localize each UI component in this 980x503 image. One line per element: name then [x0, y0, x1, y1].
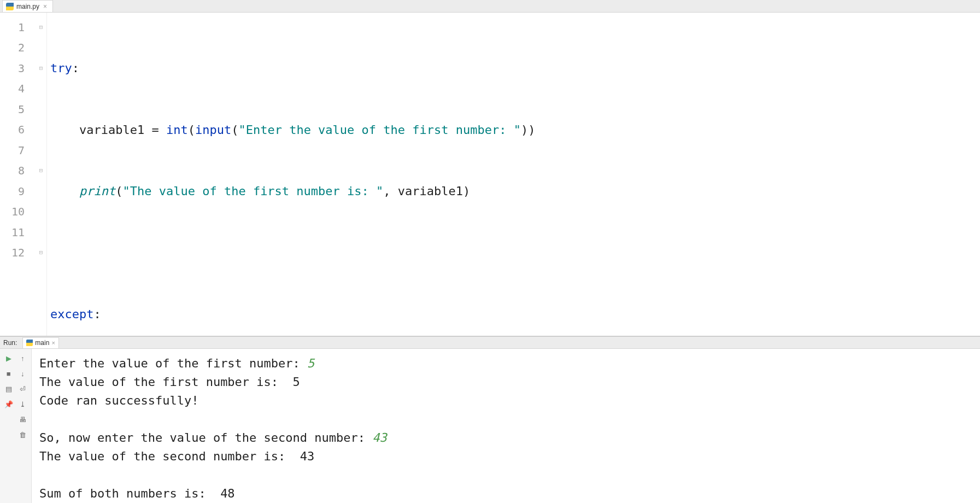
line-number: 9 [18, 185, 25, 198]
layout-icon[interactable]: ▤ [2, 382, 15, 396]
console-line: The value of the second number is: 43 [39, 449, 314, 463]
line-number: 10 [11, 205, 25, 218]
keyword-try: try [50, 61, 72, 75]
line-number: 2 [18, 41, 25, 54]
line-number-gutter: 1⊟ 2 3⊟ 4 5 6 7 8⊟ 9 10 11 12⊟ [0, 13, 47, 336]
run-panel-title: Run: [3, 339, 17, 347]
ide-window: main.py × 1⊟ 2 3⊟ 4 5 6 7 8⊟ 9 10 11 12⊟… [0, 0, 980, 503]
line-number: 3 [18, 62, 25, 75]
run-tab-label: main [35, 339, 49, 347]
run-panel-body: ▶ ↑ ■ ↓ ▤ ⏎ 📌 ⤓ 🖶 🗑 Enter the value of t… [0, 349, 980, 503]
python-file-icon [26, 340, 33, 346]
python-file-icon [6, 3, 14, 10]
editor-tab-label: main.py [16, 3, 39, 10]
pin-icon[interactable]: 📌 [2, 397, 15, 411]
fold-icon[interactable]: ⊟ [38, 65, 44, 72]
line-number: 4 [18, 82, 25, 95]
print-icon[interactable]: 🖶 [16, 412, 30, 426]
soft-wrap-icon[interactable]: ⏎ [16, 382, 30, 396]
rerun-button[interactable]: ▶ [2, 351, 15, 365]
down-icon[interactable]: ↓ [16, 366, 30, 381]
console-user-input: 5 [307, 356, 314, 370]
up-icon[interactable]: ↑ [16, 351, 30, 365]
spacer [2, 428, 15, 442]
keyword-except: except [50, 307, 93, 321]
console-output[interactable]: Enter the value of the first number: 5 T… [32, 349, 980, 503]
run-tool-window: Run: main × ▶ ↑ ■ ↓ ▤ ⏎ 📌 ⤓ 🖶 🗑 [0, 336, 980, 503]
run-panel-header: Run: main × [0, 337, 980, 349]
line-number: 6 [18, 123, 25, 136]
line-number: 11 [11, 226, 25, 239]
console-line: So, now enter the value of the second nu… [39, 431, 372, 444]
stop-button[interactable]: ■ [2, 366, 15, 381]
console-line: Enter the value of the first number: [39, 356, 307, 370]
code-editor[interactable]: 1⊟ 2 3⊟ 4 5 6 7 8⊟ 9 10 11 12⊟ try: vari… [0, 13, 980, 336]
line-number: 5 [18, 103, 25, 116]
scroll-to-end-icon[interactable]: ⤓ [16, 397, 30, 411]
code-area[interactable]: try: variable1 = int(input("Enter the va… [47, 13, 980, 336]
console-line: Sum of both numbers is: 48 [39, 487, 235, 500]
fold-icon[interactable]: ⊟ [38, 24, 44, 31]
spacer [2, 412, 15, 426]
close-icon[interactable]: × [42, 3, 48, 10]
console-line: The value of the first number is: 5 [39, 375, 300, 389]
console-line: Code ran successfully! [39, 394, 198, 407]
editor-tab-bar: main.py × [0, 0, 980, 13]
fold-icon[interactable]: ⊟ [38, 167, 44, 174]
line-number: 12 [11, 246, 25, 259]
line-number: 8 [18, 164, 25, 177]
editor-tab-main[interactable]: main.py × [2, 0, 53, 12]
console-user-input: 43 [372, 431, 387, 444]
trash-icon[interactable]: 🗑 [16, 428, 30, 442]
close-icon[interactable]: × [51, 340, 55, 346]
line-number: 1 [18, 21, 25, 34]
run-toolbar: ▶ ↑ ■ ↓ ▤ ⏎ 📌 ⤓ 🖶 🗑 [0, 349, 32, 503]
fold-icon[interactable]: ⊟ [38, 249, 44, 256]
line-number: 7 [18, 144, 25, 157]
run-tab-main[interactable]: main × [22, 337, 58, 348]
